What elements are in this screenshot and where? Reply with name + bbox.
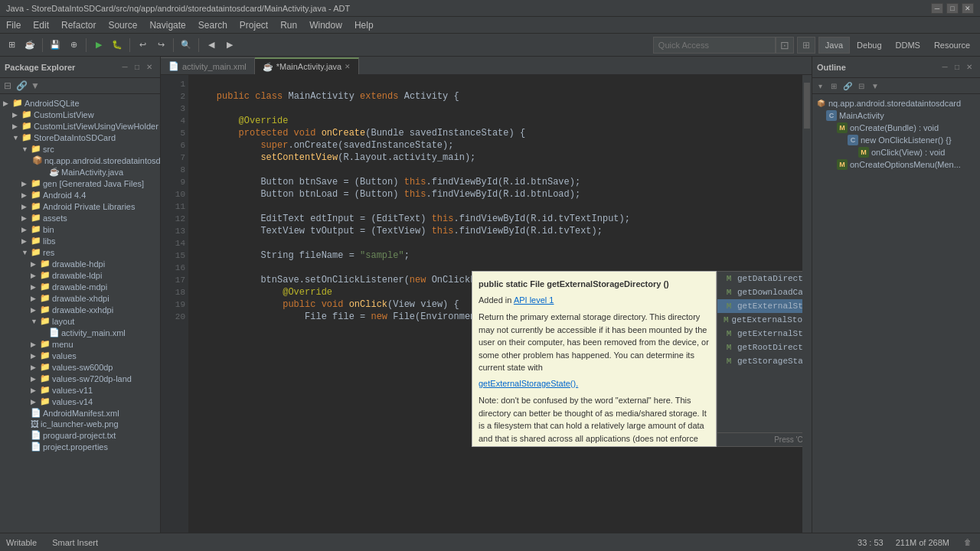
menu-item-navigate[interactable]: Navigate	[143, 18, 191, 32]
ac-item[interactable]: MgetRootDirectory() : File - Environment	[717, 341, 802, 354]
menu-item-edit[interactable]: Edit	[27, 18, 55, 32]
collapse-all-button[interactable]: ⊟	[2, 80, 14, 92]
editor-scrollbar[interactable]	[802, 75, 812, 533]
prev-button[interactable]: ◀	[203, 37, 220, 54]
editor-area[interactable]: 1234567891011121314151617181920 public c…	[161, 75, 812, 533]
tab-close-btn[interactable]: ✕	[345, 63, 351, 70]
outline-toolbar-btn3[interactable]: 🔗	[841, 80, 854, 92]
autocomplete-popup[interactable]: public static File getExternalStorageDir…	[472, 271, 802, 447]
outline-item[interactable]: Cnew OnClickListener() {}	[812, 134, 980, 146]
perspective-ddms[interactable]: DDMS	[889, 37, 927, 54]
tree-item[interactable]: ▶📁values-sw720dp-land	[0, 373, 160, 384]
scrollbar-thumb[interactable]	[804, 83, 810, 129]
ac-item[interactable]: MgetExternalStorageDirectory() : File - …	[717, 299, 802, 313]
javadoc-link1[interactable]: getExternalStorageState().	[479, 377, 710, 390]
tree-item[interactable]: ▼📁res	[0, 246, 160, 258]
outline-item[interactable]: CMainActivity	[812, 109, 980, 122]
ac-item[interactable]: MgetStorageState(File path) : String - E…	[717, 354, 802, 368]
tree-item[interactable]: ▼📁src	[0, 143, 160, 155]
package-explorer-minimize[interactable]: ─	[119, 61, 131, 73]
outline-toolbar-btn5[interactable]: ▼	[869, 80, 881, 92]
gc-button[interactable]: 🗑	[962, 536, 974, 549]
tree-item[interactable]: ▶📁bin	[0, 223, 160, 235]
tree-item[interactable]: ▶📁libs	[0, 235, 160, 246]
tree-item[interactable]: ▶📁drawable-ldpi	[0, 269, 160, 281]
tree-item[interactable]: ☕MainActivity.java	[0, 166, 160, 178]
outline-toolbar-btn1[interactable]: ▾	[814, 80, 826, 92]
tree-item[interactable]: ▼📁StoreDataIntoSDCard	[0, 132, 160, 143]
menu-item-run[interactable]: Run	[274, 18, 303, 32]
new-button[interactable]: ⊞	[3, 37, 20, 54]
perspective-switch-button[interactable]: ⊞	[797, 37, 815, 54]
run-button[interactable]: ▶	[90, 37, 107, 54]
perspective-debug[interactable]: Debug	[850, 37, 888, 54]
tree-view-menu[interactable]: ▼	[29, 80, 41, 92]
ac-item[interactable]: MgetDownloadCacheDirectory() : File - En…	[717, 285, 802, 299]
ac-item[interactable]: MgetExternalStorageState() : String - En…	[717, 327, 802, 341]
quick-access-input[interactable]	[653, 37, 776, 54]
save-button[interactable]: 💾	[47, 37, 64, 54]
menu-item-window[interactable]: Window	[303, 18, 348, 32]
tree-item[interactable]: 📦nq.app.android.storedataintosdcard	[0, 155, 160, 166]
outline-item[interactable]: MonCreateOptionsMenu(Men...	[812, 158, 980, 171]
menu-item-project[interactable]: Project	[234, 18, 274, 32]
next-button[interactable]: ▶	[221, 37, 238, 54]
tree-item[interactable]: ▶📁drawable-xhdpi	[0, 292, 160, 304]
ac-item[interactable]: MgetExternalStoragePublicDirectory(Strin…	[717, 313, 802, 327]
perspective-resource[interactable]: Resource	[927, 37, 977, 54]
undo-button[interactable]: ↩	[134, 37, 151, 54]
tree-item[interactable]: ▶📁gen [Generated Java Files]	[0, 178, 160, 189]
autocomplete-list[interactable]: MgetDataDirectory() : File - Environment…	[717, 271, 802, 447]
new-java-button[interactable]: ☕	[21, 37, 38, 54]
outline-minimize[interactable]: ─	[939, 61, 951, 73]
tree-item[interactable]: ▶📁values-sw600dp	[0, 361, 160, 373]
tree-item[interactable]: 📄AndroidManifest.xml	[0, 407, 160, 419]
package-explorer-close[interactable]: ✕	[143, 61, 155, 73]
close-button[interactable]: ✕	[962, 3, 974, 14]
outline-maximize[interactable]: □	[951, 61, 963, 73]
debug-button[interactable]: 🐛	[109, 37, 126, 54]
ac-item[interactable]: MgetDataDirectory() : File - Environment	[717, 272, 802, 285]
menu-item-refactor[interactable]: Refactor	[55, 18, 102, 32]
link-with-editor-button[interactable]: 🔗	[15, 80, 28, 92]
tree-item[interactable]: ▶📁assets	[0, 212, 160, 223]
outline-toolbar-btn4[interactable]: ⊟	[855, 80, 867, 92]
tree-item[interactable]: ▶📁values-v14	[0, 396, 160, 407]
tree-item[interactable]: 📄proguard-project.txt	[0, 429, 160, 441]
outline-toolbar-btn2[interactable]: ⊞	[828, 80, 840, 92]
maximize-button[interactable]: □	[946, 3, 959, 14]
tree-item[interactable]: ▶📁drawable-mdpi	[0, 281, 160, 292]
tree-item[interactable]: 🖼ic_launcher-web.png	[0, 419, 160, 429]
search-button[interactable]: 🔍	[178, 37, 194, 54]
tree-item[interactable]: ▶📁Android Private Libraries	[0, 201, 160, 212]
outline-item[interactable]: MonClick(View) : void	[812, 146, 980, 158]
outline-item[interactable]: 📦nq.app.android.storedataintosdcard	[812, 97, 980, 109]
perspective-java[interactable]: Java	[818, 37, 850, 54]
editor-tab-activity-main-xml[interactable]: 📄activity_main.xml	[161, 57, 255, 74]
package-explorer-maximize[interactable]: □	[131, 61, 143, 73]
save-all-button[interactable]: ⊕	[65, 37, 82, 54]
tree-item[interactable]: ▼📁layout	[0, 315, 160, 327]
tree-item[interactable]: 📄project.properties	[0, 441, 160, 452]
outline-close[interactable]: ✕	[963, 61, 975, 73]
minimize-button[interactable]: ─	[931, 3, 943, 14]
tree-item[interactable]: ▶📁values-v11	[0, 384, 160, 396]
menu-item-file[interactable]: File	[0, 18, 27, 32]
tree-item[interactable]: ▶📁Android 4.4	[0, 189, 160, 201]
menu-item-help[interactable]: Help	[348, 18, 380, 32]
tree-item[interactable]: ▶📁drawable-xxhdpi	[0, 304, 160, 315]
tree-item[interactable]: ▶📁CustomListViewUsingViewHolder	[0, 120, 160, 132]
tree-item[interactable]: ▶📁values	[0, 350, 160, 361]
menu-item-source[interactable]: Source	[102, 18, 143, 32]
tree-item[interactable]: ▶📁drawable-hdpi	[0, 258, 160, 269]
editor-tab--mainactivity-java[interactable]: ☕*MainActivity.java✕	[255, 57, 359, 74]
tree-item[interactable]: 📄activity_main.xml	[0, 327, 160, 338]
tree-item[interactable]: ▶📁CustomListView	[0, 109, 160, 120]
code-area[interactable]: public class MainActivity extends Activi…	[188, 75, 802, 533]
menu-item-search[interactable]: Search	[192, 18, 234, 32]
tree-item[interactable]: ▶📁menu	[0, 338, 160, 350]
maximize-view-button[interactable]: ⊡	[776, 37, 794, 54]
tree-item[interactable]: ▶📁AndroidSQLite	[0, 97, 160, 109]
redo-button[interactable]: ↪	[152, 37, 169, 54]
outline-item[interactable]: MonCreate(Bundle) : void	[812, 122, 980, 134]
